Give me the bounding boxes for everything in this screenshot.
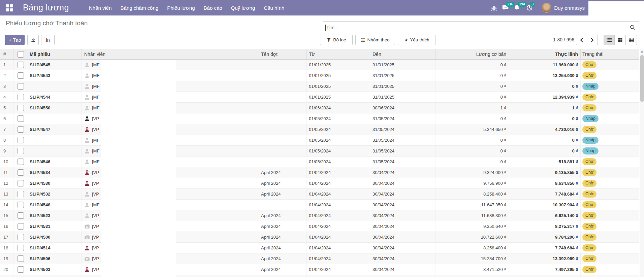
payslip-row[interactable]: 6[VP01/05/202431/05/20240 ₫0 ₫Nháp xyxy=(0,113,639,124)
group-by-button[interactable]: Nhóm theo xyxy=(355,35,395,45)
row-checkbox[interactable] xyxy=(18,212,24,219)
menu-phieu-luong[interactable]: Phiếu lương xyxy=(167,5,195,11)
payslip-row[interactable]: 13SLIP/4532[VPApril 202401/04/202430/04/… xyxy=(0,189,639,200)
search-input[interactable] xyxy=(326,23,623,32)
payslip-row[interactable]: 3[MF01/01/202531/01/20250 ₫0 ₫Nháp xyxy=(0,81,639,92)
slip-code: SLIP/4550 xyxy=(28,103,82,113)
column-header-tu[interactable]: Từ xyxy=(307,49,370,59)
create-button[interactable]: + Tạo xyxy=(5,35,25,45)
payslip-row[interactable]: 19SLIP/4506[VPApril 202401/04/202430/04/… xyxy=(0,253,639,264)
menu-bao-cao[interactable]: Báo cáo xyxy=(204,5,222,11)
basic-salary: 0 ₫ xyxy=(436,113,509,124)
row-checkbox-cell xyxy=(13,60,28,70)
payslip-row[interactable]: 9[MF01/05/202431/05/20240 ₫0 ₫Nháp xyxy=(0,146,639,157)
date-from: 01/05/2024 xyxy=(307,146,370,156)
scrollbar-thumb[interactable] xyxy=(640,55,644,102)
employee-name: [MF xyxy=(92,70,99,81)
user-avatar[interactable] xyxy=(542,3,551,13)
menu-cau-hinh[interactable]: Cấu hình xyxy=(264,5,284,11)
column-header-luong-co-ban[interactable]: Lương cơ bản xyxy=(436,49,509,59)
payslip-row[interactable]: 20SLIP/4503[VPApril 202401/04/202430/04/… xyxy=(0,264,639,275)
row-checkbox[interactable] xyxy=(18,72,24,79)
column-header-index[interactable]: # xyxy=(0,49,13,59)
column-header-den[interactable]: Đến xyxy=(370,49,436,59)
status-badge: Chờ xyxy=(582,158,597,165)
row-number: 14 xyxy=(0,200,13,210)
row-checkbox[interactable] xyxy=(18,115,24,122)
column-header-trang-thai[interactable]: Trạng thái xyxy=(581,49,639,59)
row-checkbox[interactable] xyxy=(18,202,24,208)
payslip-row[interactable]: 4SLIP/4544[MF01/01/202531/01/20250 ₫12.3… xyxy=(0,92,639,103)
search-icon[interactable] xyxy=(630,25,636,32)
row-checkbox[interactable] xyxy=(18,245,24,251)
export-download-button[interactable] xyxy=(27,35,39,45)
row-number: 1 xyxy=(0,60,13,70)
row-checkbox[interactable] xyxy=(18,234,24,240)
payslip-row[interactable]: 17SLIP/4500[VPApril 202401/04/202430/04/… xyxy=(0,232,639,243)
vertical-scrollbar[interactable]: ▲ xyxy=(640,49,644,277)
favorites-button[interactable]: ★ Yêu thích xyxy=(398,35,436,45)
column-header-thuc-lanh[interactable]: Thực lãnh xyxy=(509,49,581,59)
row-checkbox[interactable] xyxy=(18,266,24,273)
row-checkbox[interactable] xyxy=(18,148,24,154)
payslip-row[interactable]: 15SLIP/4523[VPApril 202401/04/202430/04/… xyxy=(0,210,639,221)
menu-quy-luong[interactable]: Quỹ lương xyxy=(231,5,255,11)
payslip-row[interactable]: 11SLIP/4534[VPApril 202401/04/202430/04/… xyxy=(0,167,639,178)
row-checkbox[interactable] xyxy=(18,255,24,262)
user-name[interactable]: Duy enmasys xyxy=(554,5,585,11)
app-title[interactable]: Bảng lương xyxy=(23,3,69,12)
row-checkbox[interactable] xyxy=(18,159,24,165)
employee-name: [MF xyxy=(92,81,99,92)
payslip-row[interactable]: 10SLIP/4546[MF01/05/202431/05/20240 ₫-51… xyxy=(0,157,639,167)
payroll-app-window: Bảng lương Nhân viên Bảng chấm công Phiế… xyxy=(0,0,644,277)
messages-icon[interactable]: 216 xyxy=(502,4,509,11)
payslip-row[interactable]: 8[MF01/05/202431/05/20240 ₫0 ₫Nháp xyxy=(0,135,639,146)
basic-salary: 8.471.520 ₫ xyxy=(436,264,509,275)
notifications-bell-icon[interactable]: 194 xyxy=(514,4,520,11)
apps-grid-icon[interactable] xyxy=(6,4,13,11)
row-checkbox[interactable] xyxy=(18,94,24,100)
row-checkbox[interactable] xyxy=(18,191,24,197)
view-switch-kanban-button[interactable] xyxy=(615,35,626,45)
row-checkbox[interactable] xyxy=(18,223,24,230)
debug-bug-icon[interactable] xyxy=(491,4,497,11)
row-checkbox[interactable] xyxy=(18,83,24,90)
payslip-row[interactable]: 21SLIP/4513[VPApril 202401/04/202430/04/… xyxy=(0,275,639,277)
pager-previous-button[interactable] xyxy=(576,35,587,45)
row-checkbox[interactable] xyxy=(18,126,24,133)
row-checkbox-cell xyxy=(13,200,28,210)
column-header-nhan-vien[interactable]: Nhân viên xyxy=(82,49,259,59)
net-salary: 9.784.206 ₫ xyxy=(509,232,581,242)
view-switch-grid-button[interactable] xyxy=(626,35,637,45)
date-to: 30/04/2024 xyxy=(370,243,436,253)
menu-bang-cham-cong[interactable]: Bảng chấm công xyxy=(121,5,159,11)
payslip-row[interactable]: 2SLIP/4543[MF01/01/202531/01/20250 ₫13.2… xyxy=(0,70,639,81)
payslip-row[interactable]: 7SLIP/4547[VP01/05/202431/05/20245.344.6… xyxy=(0,124,639,135)
payslip-row[interactable]: 18SLIP/4514[VPApril 202401/04/202430/04/… xyxy=(0,243,639,253)
payslip-row[interactable]: 12SLIP/4530[VPApril 202401/04/202430/04/… xyxy=(0,178,639,189)
select-all-checkbox[interactable] xyxy=(18,51,24,58)
row-checkbox[interactable] xyxy=(18,105,24,111)
print-button[interactable]: In xyxy=(41,35,55,45)
payslip-row[interactable]: 5SLIP/4550[MF01/06/202430/06/20241 ₫1 ₫C… xyxy=(0,103,639,113)
column-header-ma-phieu[interactable]: Mã phiếu xyxy=(28,49,82,59)
row-number: 21 xyxy=(0,275,13,277)
filters-button[interactable]: Bộ lọc xyxy=(320,35,353,45)
row-checkbox[interactable] xyxy=(18,169,24,176)
activities-clock-icon[interactable]: 3 xyxy=(526,4,533,11)
row-checkbox[interactable] xyxy=(18,62,24,68)
column-header-ten-dot[interactable]: Tên đợt xyxy=(259,49,307,59)
pager-next-button[interactable] xyxy=(587,35,598,45)
row-checkbox[interactable] xyxy=(18,180,24,186)
menu-nhan-vien[interactable]: Nhân viên xyxy=(89,5,112,11)
scrollbar-up-arrow[interactable]: ▲ xyxy=(640,50,644,53)
column-header-select-all xyxy=(13,49,28,59)
payslip-row[interactable]: 16SLIP/4531[VPApril 202401/04/202430/04/… xyxy=(0,221,639,232)
row-checkbox[interactable] xyxy=(18,137,24,143)
star-icon: ★ xyxy=(405,38,408,42)
payslip-row[interactable]: 14SLIP/4548[MF01/04/202430/04/202411.647… xyxy=(0,200,639,210)
slip-code: SLIP/4500 xyxy=(28,232,82,242)
payslip-row[interactable]: 1SLIP/4545[MF01/01/202531/01/20250 ₫11.9… xyxy=(0,60,639,70)
date-to: 30/04/2024 xyxy=(370,275,436,277)
view-switch-list-button[interactable] xyxy=(604,35,615,45)
